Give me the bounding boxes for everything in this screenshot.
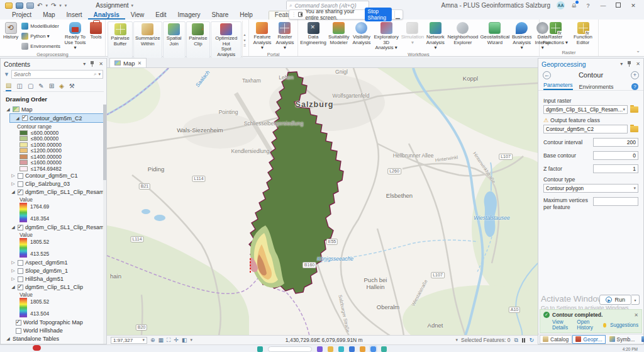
taskbar-app-icon[interactable] — [328, 346, 333, 352]
data-engineering-button[interactable]: Data Engineering — [300, 21, 326, 51]
layer-checkbox[interactable] — [16, 320, 21, 326]
tools-gallery-scroll[interactable]: ▴▾≡ — [242, 21, 247, 59]
list-by-data-source-icon[interactable]: ◫ — [16, 82, 22, 91]
tab-parameters[interactable]: Parameters — [543, 82, 573, 90]
pairwise-buffer-button[interactable]: Pairwise Buffer — [108, 21, 133, 59]
list-by-charts-icon[interactable]: ⚒ — [69, 82, 75, 91]
z-factor-input[interactable] — [593, 164, 638, 173]
open-project-icon[interactable] — [5, 3, 13, 9]
tab-edit[interactable]: Edit — [150, 11, 172, 20]
search-options-caret-icon[interactable]: ▾ — [98, 72, 101, 77]
tools-button[interactable]: Tools — [89, 21, 103, 51]
help-icon[interactable]: ? — [584, 3, 592, 9]
map-view-tab[interactable]: Map ✕ — [109, 58, 147, 67]
expander-icon[interactable]: ▷ — [11, 276, 16, 281]
dock-tab-catalog[interactable]: Catalog — [540, 335, 572, 344]
list-by-editing-icon[interactable]: ✎ — [38, 82, 43, 91]
taskbar-app-icon[interactable] — [257, 346, 263, 352]
spatial-reference-icon[interactable]: ◧ — [182, 337, 187, 343]
taskbar-app-icon[interactable] — [349, 346, 355, 352]
add-to-model-icon[interactable]: + — [631, 71, 639, 79]
layer-row-contour-c2[interactable]: ◢ Contour_dgm5m_C2 — [9, 113, 104, 123]
coords-caret-icon[interactable]: ▾ — [456, 338, 458, 343]
expander-icon[interactable]: ◢ — [6, 336, 11, 341]
list-by-selection-icon[interactable]: ▢ — [28, 82, 33, 91]
layer-row-slope[interactable]: ▷ Slope_dgm5m_1 — [1, 267, 106, 275]
expander-icon[interactable]: ◢ — [15, 116, 20, 121]
map-row[interactable]: ◢ Map — [1, 105, 106, 113]
contents-scrollbar[interactable] — [103, 105, 106, 344]
contents-pin-icon[interactable] — [90, 61, 94, 67]
map-expander-icon[interactable]: ◢ — [6, 107, 11, 112]
map-canvas[interactable]: Lehen Taxham Gnigl Koppl Wolfsgartenfeld… — [107, 68, 538, 335]
business-analysis-button[interactable]: Business Analysis ▾ — [511, 21, 533, 51]
notifications-bell-icon[interactable]: 🕭 — [571, 2, 577, 9]
pause-drawing-icon[interactable] — [522, 338, 526, 343]
tab-help[interactable]: Help — [234, 11, 258, 20]
expander-icon[interactable]: ▷ — [11, 268, 16, 273]
dock-tab-symbology[interactable]: Symb... — [606, 335, 638, 344]
stop-sharing-button[interactable]: Stop Sharing — [365, 8, 392, 21]
standalone-tables-row[interactable]: ◢ Standalone Tables — [1, 335, 106, 343]
feature-analysis-button[interactable]: Feature Analysis ▾ — [251, 21, 274, 51]
taskbar-app-icon[interactable] — [317, 346, 323, 352]
tab-imagery[interactable]: Imagery — [172, 11, 206, 20]
project-title-caret-icon[interactable]: ▾ — [131, 3, 134, 8]
contents-menu-icon[interactable]: ▾ — [83, 61, 86, 67]
layer-row-contour-c1[interactable]: ▷ Contour_dgm5m_C1 — [1, 172, 106, 180]
geoprocessing-pin-icon[interactable] — [627, 61, 631, 67]
refresh-icon[interactable]: ↻ — [529, 337, 534, 343]
geoprocessing-menu-icon[interactable]: ▾ — [620, 61, 623, 67]
expander-icon[interactable]: ◢ — [11, 225, 16, 230]
undo-icon[interactable]: ↶ — [37, 3, 42, 9]
save-project-icon[interactable] — [16, 3, 23, 9]
expander-icon[interactable]: ▷ — [11, 173, 16, 178]
ready-to-use-tools-button[interactable]: Ready To Use Tools ▾ — [62, 21, 88, 51]
summarize-within-button[interactable]: Summarize Within — [133, 21, 162, 59]
suitability-modeler-button[interactable]: Suitability Modeler — [327, 21, 350, 51]
dock-tab-geoprocessing[interactable]: Geopr... — [572, 335, 605, 344]
network-analysis-button[interactable]: Network Analysis ▾ — [425, 21, 446, 51]
toast-minimize-icon[interactable]: ▁ — [394, 11, 401, 18]
layer-row-clip-salzburg[interactable]: ▷ Clip_Salzburg_03 — [1, 180, 106, 188]
output-feature-class-field[interactable]: Contour_dgm5m_C2 — [543, 125, 628, 133]
max-vertices-input[interactable] — [593, 197, 638, 206]
expander-icon[interactable]: ◢ — [11, 190, 16, 195]
list-by-drawing-order-icon[interactable]: ▤ — [6, 82, 11, 91]
suggestions-link[interactable]: Suggestions — [610, 322, 638, 328]
browse-input-folder-icon[interactable] — [630, 106, 638, 113]
filter-icon[interactable]: ▼ — [4, 71, 9, 77]
layer-row-resample[interactable]: ◢ dgm5m_Clip_SL1_Clip_Resample — [1, 224, 106, 232]
tab-share[interactable]: Share — [206, 11, 235, 20]
contour-type-combo[interactable]: Contour polygon▾ — [543, 184, 638, 193]
windows-taskbar[interactable]: 4:20 PM — [0, 344, 644, 352]
raster-analysis-button[interactable]: Raster Analysis ▾ — [274, 21, 296, 51]
tab-analysis[interactable]: Analysis — [88, 11, 125, 20]
layer-checkbox[interactable] — [18, 190, 23, 195]
view-details-link[interactable]: View Details — [552, 319, 573, 331]
back-button[interactable]: ← — [543, 71, 551, 79]
dock-tab-charts[interactable]: Chart... — [638, 335, 644, 344]
close-button[interactable]: ✕ — [629, 3, 638, 9]
list-by-snapping-icon[interactable]: ⊞ — [49, 82, 54, 91]
coordinates-readout[interactable]: 1,430,729.69E 6,079,699.91N m — [286, 337, 363, 343]
neighborhood-explorer-button[interactable]: Neighborhood Explorer — [447, 21, 479, 51]
avatar[interactable]: AA — [557, 1, 565, 9]
collapse-ribbon-icon[interactable]: ⌄ — [632, 20, 644, 56]
redo-icon[interactable]: ↷ — [51, 3, 56, 9]
contour-interval-input[interactable] — [593, 138, 638, 147]
layer-row-topo[interactable]: World Topographic Map — [1, 319, 106, 327]
customize-qat-icon[interactable]: ▾ — [65, 3, 67, 8]
undo-caret-icon[interactable]: ▾ — [45, 3, 48, 8]
grid-icon[interactable]: ▦ — [158, 337, 164, 343]
layer-checkbox[interactable] — [18, 225, 23, 230]
history-button[interactable]: History — [2, 21, 19, 51]
taskbar-app-icon[interactable] — [381, 346, 387, 352]
layer-row-hillshade[interactable]: World Hillshade — [1, 327, 106, 335]
exploratory-3d-button[interactable]: Exploratory 3D Analysis ▾ — [372, 21, 399, 51]
layer-checkbox[interactable] — [22, 115, 28, 121]
map-tab-close-icon[interactable]: ✕ — [137, 60, 142, 66]
layer-row-hillsha[interactable]: ▷ HillSha_dgm51 — [1, 275, 106, 283]
taskbar-app-icon[interactable] — [338, 346, 344, 352]
extent-icon[interactable]: ⛶ — [167, 337, 170, 344]
